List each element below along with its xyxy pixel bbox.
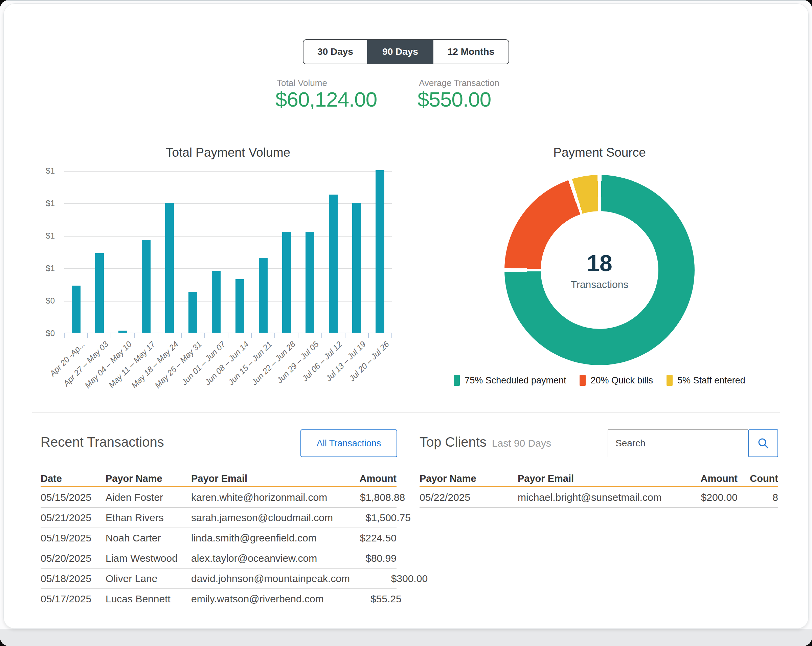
period-tab-group: 30 Days 90 Days 12 Months: [303, 39, 509, 64]
tab-12-months[interactable]: 12 Months: [433, 40, 508, 64]
gridline: [64, 301, 392, 301]
donut-transaction-label: Transactions: [571, 279, 629, 290]
volume-bar[interactable]: [259, 258, 268, 333]
axis-tick: [391, 333, 392, 338]
table-cell: 05/17/2025: [41, 593, 105, 605]
table-row: 05/21/2025Ethan Riverssarah.jameson@clou…: [41, 508, 397, 528]
volume-bar[interactable]: [352, 203, 361, 333]
table-cell: alex.taylor@oceanview.com: [191, 553, 319, 564]
y-axis-label: $1: [24, 166, 55, 176]
volume-bar[interactable]: [188, 292, 197, 333]
legend-label: 5% Staff entered: [677, 375, 745, 386]
table-cell: Noah Carter: [105, 532, 191, 544]
table-cell: $224.50: [319, 532, 397, 544]
tab-30-days[interactable]: 30 Days: [304, 40, 367, 64]
column-header: Count: [737, 473, 778, 484]
top-clients-table-body: 05/22/2025michael.bright@sunsetmail.com$…: [420, 487, 778, 508]
volume-bar[interactable]: [235, 279, 244, 333]
gridline: [64, 236, 392, 237]
total-volume-value: $60,124.00: [275, 87, 377, 111]
volume-bar[interactable]: [212, 271, 221, 333]
legend-swatch: [580, 375, 586, 386]
legend-swatch: [667, 375, 673, 386]
column-header: Payor Email: [517, 473, 673, 484]
axis-tick: [275, 333, 275, 338]
axis-tick: [64, 333, 65, 338]
average-transaction-label: Average Transaction: [419, 78, 499, 88]
search-input[interactable]: [607, 429, 748, 457]
table-cell: $55.25: [324, 593, 401, 605]
axis-tick: [345, 333, 345, 338]
legend-label: 20% Quick bills: [591, 375, 653, 386]
recent-transactions-title: Recent Transactions: [41, 435, 164, 450]
legend-label: 75% Scheduled payment: [464, 375, 566, 386]
recent-transactions-table: DatePayor NamePayor EmailAmount 05/15/20…: [41, 471, 397, 609]
column-header: Amount: [673, 473, 737, 484]
table-cell: Ethan Rivers: [105, 512, 191, 524]
all-transactions-button[interactable]: All Transactions: [301, 429, 397, 457]
axis-tick: [368, 333, 369, 338]
volume-bar[interactable]: [282, 232, 291, 333]
top-edge-line: [0, 0, 812, 1]
table-cell: 8: [737, 492, 778, 503]
bar-chart-plot: [64, 171, 392, 333]
gridline: [64, 203, 392, 204]
donut-legend: 75% Scheduled payment20% Quick bills5% S…: [430, 375, 769, 386]
column-header: Payor Name: [105, 473, 191, 484]
volume-bar[interactable]: [72, 286, 81, 333]
axis-tick: [111, 333, 111, 338]
gridline: [64, 268, 392, 269]
legend-item: 75% Scheduled payment: [454, 375, 566, 386]
volume-bar[interactable]: [329, 195, 338, 333]
section-divider: [32, 412, 780, 412]
search-button[interactable]: [748, 429, 778, 457]
table-cell: 05/19/2025: [41, 532, 105, 544]
axis-tick: [181, 333, 182, 338]
table-cell: Lucas Bennett: [105, 593, 191, 605]
axis-tick: [205, 333, 205, 338]
axis-tick: [134, 333, 135, 338]
payment-source-donut[interactable]: 18 Transactions: [504, 175, 694, 365]
bottom-gray-strip: [0, 629, 812, 646]
table-cell: david.johnson@mountainpeak.com: [191, 573, 350, 584]
average-transaction-value: $550.00: [418, 87, 491, 111]
top-clients-heading: Top Clients Last 90 Days: [420, 435, 551, 450]
table-row: 05/20/2025Liam Westwoodalex.taylor@ocean…: [41, 548, 397, 568]
table-cell: linda.smith@greenfield.com: [191, 532, 319, 544]
table-cell: 05/22/2025: [420, 492, 517, 503]
axis-tick: [87, 333, 88, 338]
table-cell: sarah.jameson@cloudmail.com: [191, 512, 333, 524]
table-cell: Oliver Lane: [105, 573, 191, 584]
volume-bar[interactable]: [118, 331, 127, 333]
column-header: Payor Name: [420, 473, 517, 484]
table-row: 05/19/2025Noah Carterlinda.smith@greenfi…: [41, 528, 397, 548]
y-axis-label: $1: [24, 231, 55, 241]
legend-item: 5% Staff entered: [667, 375, 745, 386]
y-axis-label: $1: [24, 199, 55, 208]
table-row: 05/22/2025michael.bright@sunsetmail.com$…: [420, 487, 778, 508]
donut-center: 18 Transactions: [541, 211, 658, 329]
column-header: Date: [41, 473, 105, 484]
top-clients-title: Top Clients: [420, 435, 487, 450]
axis-tick: [321, 333, 322, 338]
axis-tick: [158, 333, 158, 338]
gridline: [64, 171, 392, 171]
axis-tick: [251, 333, 252, 338]
volume-bar[interactable]: [95, 253, 104, 333]
y-axis-label: $0: [24, 328, 55, 338]
volume-bar[interactable]: [142, 240, 151, 333]
legend-swatch: [454, 375, 460, 386]
top-clients-table: Payor NamePayor EmailAmountCount 05/22/2…: [420, 471, 778, 508]
volume-bar[interactable]: [305, 232, 314, 333]
volume-bar[interactable]: [165, 203, 174, 333]
y-axis-label: $0: [24, 296, 55, 305]
tab-90-days[interactable]: 90 Days: [367, 40, 433, 64]
table-cell: 05/15/2025: [41, 492, 105, 503]
payments-dashboard: { "tabs": { "items": [ { "label": "30 Da…: [0, 0, 812, 646]
donut-transaction-count: 18: [587, 250, 612, 276]
table-row: 05/15/2025Aiden Fosterkaren.white@horizo…: [41, 487, 397, 508]
volume-bar[interactable]: [375, 170, 385, 333]
table-cell: michael.bright@sunsetmail.com: [517, 492, 673, 503]
axis-tick: [298, 333, 298, 338]
table-row: 05/17/2025Lucas Bennettemily.watson@rive…: [41, 589, 397, 609]
